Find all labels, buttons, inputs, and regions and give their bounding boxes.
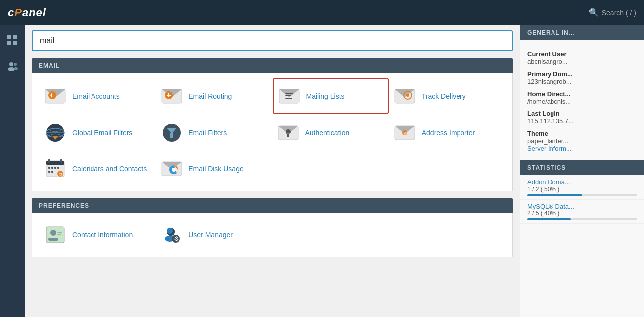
email-filters-item[interactable]: Email Filters	[156, 116, 272, 150]
last-login-value: 115.112.135.7...	[527, 117, 637, 125]
current-user-label: Current User	[527, 50, 637, 58]
global-email-filters-icon	[43, 121, 67, 145]
svg-rect-46	[48, 167, 50, 169]
svg-rect-21	[285, 98, 292, 99]
address-importer-icon: @	[393, 121, 417, 145]
track-delivery-item[interactable]: Track Delivery	[389, 78, 505, 114]
authentication-icon	[276, 121, 300, 145]
email-disk-usage-label: Email Disk Usage	[188, 165, 243, 173]
svg-rect-19	[285, 93, 293, 94]
svg-rect-51	[51, 171, 53, 173]
svg-rect-50	[48, 171, 50, 173]
authentication-item[interactable]: Authentication	[273, 116, 389, 150]
svg-rect-45	[60, 159, 62, 163]
grid-icon	[7, 35, 18, 46]
preferences-section-header: PREFERENCES	[32, 198, 513, 213]
user-manager-item[interactable]: ⚙ User Manager	[156, 218, 272, 252]
svg-rect-49	[57, 167, 59, 169]
search-button[interactable]: 🔍 Search ( / )	[589, 8, 636, 17]
svg-rect-1	[13, 35, 17, 39]
email-disk-usage-item[interactable]: Email Disk Usage	[156, 152, 272, 186]
contact-information-item[interactable]: Contact Information	[39, 218, 156, 252]
preferences-section: PREFERENCES	[32, 198, 513, 257]
user-manager-label: User Manager	[188, 231, 233, 239]
address-importer-item[interactable]: @ Address Importer	[389, 116, 505, 150]
mysql-databases-bar	[527, 218, 571, 220]
email-filters-icon	[160, 121, 184, 145]
svg-rect-32	[170, 133, 173, 138]
server-info-link[interactable]: Server Inform...	[527, 145, 637, 152]
calendars-contacts-icon: @	[43, 157, 67, 181]
svg-point-7	[14, 67, 18, 70]
email-accounts-icon	[43, 84, 67, 108]
primary-domain-value: 123nisangrob...	[527, 78, 637, 85]
mailing-lists-item[interactable]: Mailing Lists	[273, 78, 389, 114]
last-login-label: Last Login	[527, 110, 637, 117]
cpanel-logo: cPanel	[8, 6, 46, 19]
email-items-grid: Email Accounts	[39, 78, 505, 186]
topnav: cPanel 🔍 Search ( / )	[0, 0, 644, 25]
sidebar-item-users[interactable]	[3, 57, 21, 75]
email-routing-icon	[160, 84, 184, 108]
svg-point-65	[167, 228, 173, 234]
svg-point-59	[50, 230, 56, 236]
track-delivery-label: Track Delivery	[422, 92, 466, 100]
svg-rect-60	[48, 238, 58, 241]
svg-text:@: @	[59, 172, 63, 176]
email-accounts-label: Email Accounts	[72, 92, 120, 100]
svg-point-5	[8, 67, 15, 71]
user-manager-icon: ⚙	[160, 223, 184, 247]
addon-domains-value: 1 / 2 ( 50% )	[527, 186, 637, 193]
address-importer-label: Address Importer	[422, 129, 475, 137]
svg-rect-48	[54, 167, 56, 169]
svg-rect-44	[48, 159, 50, 163]
stat-mysql-databases: MySQL® Data... 2 / 5 ( 40% )	[520, 200, 644, 224]
home-directory-value: /home/abcnis...	[527, 98, 637, 105]
email-accounts-item[interactable]: Email Accounts	[39, 78, 156, 114]
search-input[interactable]	[32, 30, 513, 51]
addon-domains-label[interactable]: Addon Doma...	[527, 178, 637, 186]
theme-value: paper_lanter...	[527, 137, 637, 145]
calendars-contacts-item[interactable]: @ Calendars and Contacts	[39, 152, 156, 186]
svg-text:@: @	[403, 131, 407, 135]
contact-information-icon	[43, 223, 67, 247]
email-routing-label: Email Routing	[188, 92, 232, 100]
addon-domains-bar	[527, 194, 582, 196]
users-icon	[7, 61, 18, 72]
preferences-items-grid: Contact Information	[39, 218, 505, 252]
addon-domains-bar-container	[527, 194, 637, 196]
svg-rect-0	[7, 35, 11, 39]
search-icon: 🔍	[589, 8, 599, 17]
right-panel: GENERAL IN... Current User abcnisangro..…	[520, 25, 644, 317]
theme-label: Theme	[527, 130, 637, 137]
svg-rect-62	[57, 234, 61, 235]
svg-rect-37	[287, 134, 289, 137]
svg-point-4	[9, 62, 13, 66]
email-section-body: Email Accounts	[32, 73, 513, 191]
svg-rect-2	[7, 41, 11, 45]
email-section: EMAIL	[32, 58, 513, 191]
sidebar-item-grid[interactable]	[3, 31, 21, 49]
search-label: Search ( / )	[602, 9, 636, 17]
calendars-contacts-label: Calendars and Contacts	[72, 165, 147, 173]
global-email-filters-item[interactable]: Global Email Filters	[39, 116, 156, 150]
current-user-value: abcnisangro...	[527, 58, 637, 65]
mysql-databases-label[interactable]: MySQL® Data...	[527, 203, 637, 210]
general-info-body: Current User abcnisangro... Primary Dom.…	[520, 40, 644, 157]
authentication-label: Authentication	[305, 129, 350, 137]
email-routing-item[interactable]: Email Routing	[156, 78, 272, 114]
preferences-section-body: Contact Information	[32, 213, 513, 257]
svg-rect-47	[51, 167, 53, 169]
main-layout: EMAIL	[0, 25, 644, 317]
email-filters-label: Email Filters	[188, 129, 227, 137]
primary-domain-label: Primary Dom...	[527, 70, 637, 78]
svg-point-25	[406, 94, 409, 97]
mysql-databases-bar-container	[527, 218, 637, 220]
general-info-header: GENERAL IN...	[520, 25, 644, 40]
main-panel: EMAIL	[25, 25, 520, 317]
sidebar	[0, 25, 25, 317]
mailing-lists-icon	[277, 84, 301, 108]
mailing-lists-label: Mailing Lists	[306, 92, 345, 100]
svg-point-57	[172, 168, 176, 172]
statistics-header: STATISTICS	[520, 160, 644, 175]
